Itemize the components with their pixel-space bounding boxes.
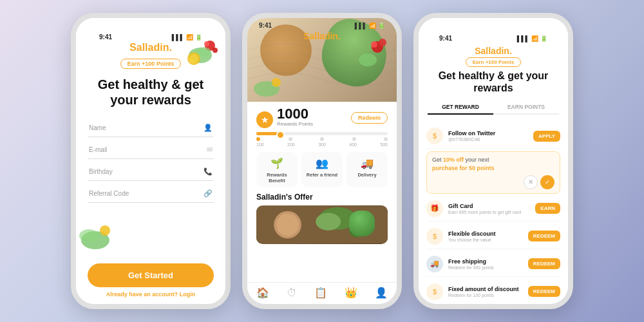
card-delivery[interactable]: 🚚 Delivery xyxy=(346,152,388,187)
mail-icon: ✉ xyxy=(207,146,213,154)
apply-button[interactable]: APPLY xyxy=(533,131,560,142)
star-icon: ★ xyxy=(256,111,273,128)
flexible-dollar-icon: $ xyxy=(433,232,437,240)
reward-title-gift: Gift Card xyxy=(448,203,530,209)
shipping-icon-circle: 🚚 xyxy=(426,256,443,272)
tab-get-reward[interactable]: GET REWARD xyxy=(428,100,493,115)
nav-clock[interactable]: ⏱ xyxy=(287,287,297,299)
status-time: 9:41 xyxy=(99,33,112,41)
reward-text-flexible: Flexible discount You choose the value xyxy=(448,231,523,242)
referral-label: Referral Code xyxy=(89,190,129,197)
nav-person[interactable]: 👤 xyxy=(375,287,388,299)
nav-home[interactable]: 🏠 xyxy=(256,287,269,299)
reward-text-shipping: Free shipping Redeem for 300 points xyxy=(448,258,523,270)
link-icon: 🔗 xyxy=(204,189,213,198)
phone2-body: ★ 1000 Rewards Points Redeem xyxy=(247,102,397,282)
redeem-shipping-button[interactable]: REDEEM xyxy=(528,258,560,269)
phone-icon: 📞 xyxy=(204,167,213,176)
reward-row-flexible: $ Flexible discount You choose the value… xyxy=(426,224,560,249)
reward-title-flexible: Flexible discount xyxy=(448,231,523,237)
nav-crown[interactable]: 👑 xyxy=(345,287,357,299)
dollar-icon: $ xyxy=(433,132,437,140)
login-link[interactable]: Login xyxy=(180,291,196,298)
phone-3: 9:41 ▌▌▌📶🔋 Salladin. Earn +100 Points Ge… xyxy=(413,13,573,309)
tab-row: GET REWARD EARN POINTS xyxy=(428,100,559,115)
reward-title-twitter: Follow on Twitter xyxy=(448,130,528,137)
accept-confirm-button[interactable]: ✓ xyxy=(540,175,554,189)
reward-row-gift: 🎁 Gift Card Earn 695 more points to get … xyxy=(426,196,560,222)
progress-fill xyxy=(256,132,283,135)
reward-row-shipping: 🚚 Free shipping Redeem for 300 points RE… xyxy=(426,252,560,277)
status-time-2: 9:41 xyxy=(259,22,272,29)
referral-field[interactable]: Referral Code 🔗 xyxy=(88,185,214,203)
shipping-truck-icon: 🚚 xyxy=(430,260,439,268)
fixed-dollar-icon: $ xyxy=(433,288,437,296)
birthday-field[interactable]: Birthday 📞 xyxy=(88,163,214,181)
name-label: Name xyxy=(89,124,106,131)
person-icon: 👤 xyxy=(204,124,213,132)
rewards-header: ★ 1000 Rewards Points Redeem xyxy=(256,107,388,128)
promo-sub: purchase for 50 points xyxy=(432,165,495,171)
card-label-3: Delivery xyxy=(357,172,376,178)
dot-5 xyxy=(384,137,388,141)
phone3-content: 9:41 ▌▌▌📶🔋 Salladin. Earn +100 Points Ge… xyxy=(419,18,568,309)
fixed-icon-circle: $ xyxy=(426,283,443,300)
svg-point-18 xyxy=(276,214,299,236)
plant-icon: 🌱 xyxy=(270,157,283,169)
redeem-button[interactable]: Redeem xyxy=(351,112,388,124)
email-field[interactable]: E-mail ✉ xyxy=(88,141,214,159)
points-label: Rewards Points xyxy=(277,121,313,127)
phone-2: 9:41 ▌▌▌📶🔋 Salladin. xyxy=(242,13,402,309)
gift-icon-circle: 🎁 xyxy=(426,200,443,217)
svg-point-13 xyxy=(359,53,377,66)
email-label: E-mail xyxy=(89,146,107,153)
earn-button[interactable]: EARN xyxy=(535,203,560,214)
redeem-fixed-button[interactable]: REDEEM xyxy=(528,286,560,297)
reward-title-fixed: Fixed amount of discount xyxy=(448,286,523,292)
svg-point-20 xyxy=(316,213,341,231)
reward-desc-gift: Earn 695 more points to get gift card xyxy=(448,210,530,214)
reward-title-shipping: Free shipping xyxy=(448,258,523,265)
reward-desc-shipping: Redeem for 300 points xyxy=(448,265,523,270)
flexible-icon-circle: $ xyxy=(426,228,443,245)
points-badge-3[interactable]: Earn +100 Points xyxy=(466,57,522,67)
dot-2 xyxy=(289,137,292,141)
dot-1 xyxy=(256,137,260,141)
card-label-2: Refer a friend xyxy=(307,172,337,178)
people-icon: 👥 xyxy=(316,157,328,169)
points-badge[interactable]: Earn +100 Points xyxy=(120,59,182,69)
rewards-points-row: ★ 1000 Rewards Points xyxy=(256,107,313,128)
name-field[interactable]: Name 👤 xyxy=(88,119,214,137)
reward-text-fixed: Fixed amount of discount Redeem for 100 … xyxy=(448,286,523,298)
hero-image: 9:41 ▌▌▌📶🔋 Salladin. xyxy=(247,18,397,102)
card-label-1: Rewards Benefit xyxy=(259,172,295,184)
points-number: 1000 xyxy=(277,107,313,121)
phone3-header: 9:41 ▌▌▌📶🔋 Salladin. Earn +100 Points Ge… xyxy=(419,18,568,120)
progress-labels: 100 200 300 400 500 xyxy=(256,142,388,147)
reward-row-newsletter: $ Subscribe to newsletter 0PT2372CLOR AP… xyxy=(426,307,560,309)
brand-logo-3: Salladin. xyxy=(475,46,512,56)
phone-1: 9:41 ▌▌▌📶🔋 Salladin. Earn +100 Points Ge… xyxy=(71,13,231,309)
redeem-flexible-button[interactable]: REDEEM xyxy=(528,231,560,242)
offer-image xyxy=(256,205,388,244)
status-icons-3: ▌▌▌📶🔋 xyxy=(517,35,547,42)
hero-title-3: Get healthy & get your rewards xyxy=(428,70,559,94)
reward-row-promo: Get 10% off your next purchase for 50 po… xyxy=(426,151,560,193)
reward-list: $ Follow on Twitter @677E6B0C4B APPLY Ge… xyxy=(419,120,568,309)
bottom-nav: 🏠 ⏱ 📋 👑 👤 xyxy=(247,282,397,304)
reward-row-twitter: $ Follow on Twitter @677E6B0C4B APPLY xyxy=(426,124,560,149)
dot-3 xyxy=(320,137,324,141)
reward-desc-flexible: You choose the value xyxy=(448,238,523,242)
brand-logo-2: Salladin. xyxy=(303,31,341,41)
reward-desc-twitter: @677E6B0C4B xyxy=(448,137,528,142)
birthday-label: Birthday xyxy=(89,168,113,175)
truck-icon: 🚚 xyxy=(361,157,374,169)
card-rewards-benefit[interactable]: 🌱 Rewards Benefit xyxy=(256,152,298,187)
card-refer[interactable]: 👥 Refer a friend xyxy=(301,152,343,187)
cancel-confirm-button[interactable]: ✕ xyxy=(524,175,538,189)
reward-text-gift: Gift Card Earn 695 more points to get gi… xyxy=(448,203,530,214)
tab-earn-points[interactable]: EARN POINTS xyxy=(493,100,559,113)
nav-list[interactable]: 📋 xyxy=(314,287,327,299)
svg-point-15 xyxy=(272,78,281,87)
get-started-button[interactable]: Get Started xyxy=(88,263,214,287)
